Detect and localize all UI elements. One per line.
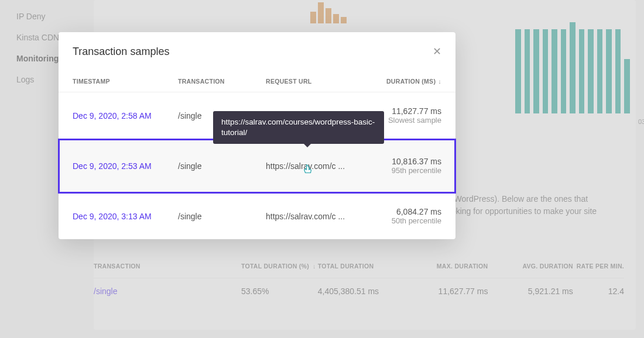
timestamp-link[interactable]: Dec 9, 2020, 2:53 AM [73, 161, 178, 171]
cell-sublabel: 95th percentile [365, 166, 441, 175]
cell-duration: 10,816.37 ms [365, 157, 441, 166]
sample-row[interactable]: Dec 9, 2020, 3:13 AM /single https://sal… [59, 193, 455, 239]
cell-sublabel: 50th percentile [365, 216, 441, 225]
transaction-samples-modal: Transaction samples ✕ Timestamp Transact… [59, 32, 455, 239]
cell-url: https://salrav.com/c ... [266, 161, 365, 171]
th-timestamp[interactable]: Timestamp [73, 78, 178, 85]
th-request-url[interactable]: Request URL [266, 78, 365, 85]
th-duration[interactable]: Duration (ms)↓ [365, 78, 441, 85]
sort-arrow-icon: ↓ [438, 78, 441, 85]
cell-transaction: /single [178, 161, 266, 171]
th-transaction[interactable]: Transaction [178, 78, 266, 85]
url-tooltip: https://salrav.com/courses/wordpress-bas… [213, 111, 384, 144]
cell-transaction: /single [178, 212, 266, 221]
close-icon[interactable]: ✕ [433, 45, 441, 58]
cell-duration: 6,084.27 ms [365, 207, 441, 216]
modal-title: Transaction samples [73, 46, 169, 58]
timestamp-link[interactable]: Dec 9, 2020, 3:13 AM [73, 212, 178, 221]
cell-url: https://salrav.com/c ... [266, 212, 365, 221]
timestamp-link[interactable]: Dec 9, 2020, 2:58 AM [73, 111, 178, 120]
sample-row-selected[interactable]: https://salrav.com/courses/wordpress-bas… [59, 139, 455, 193]
